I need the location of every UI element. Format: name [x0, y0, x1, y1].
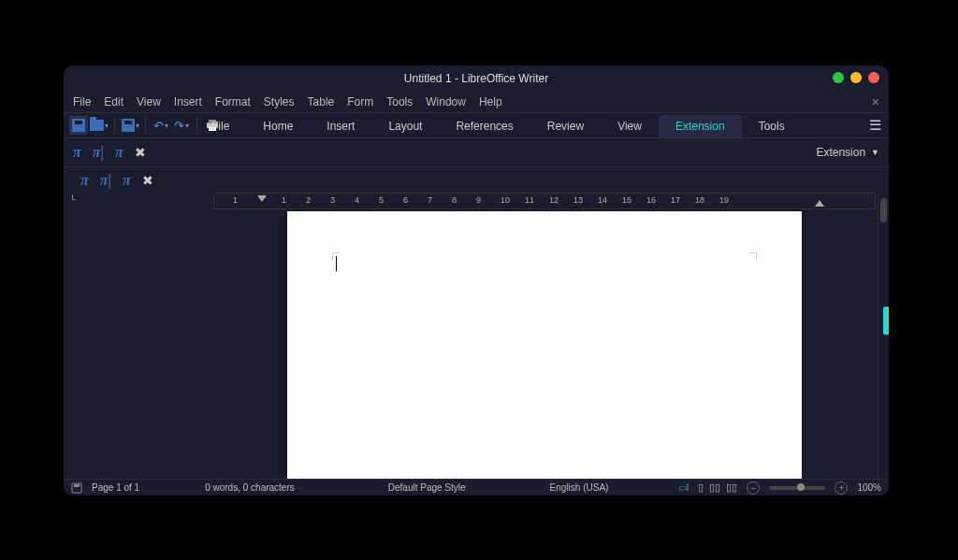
chevron-down-icon: ▾ — [136, 122, 139, 130]
undo-button[interactable]: ↶▾ — [152, 116, 170, 135]
window-controls — [833, 72, 879, 83]
menu-styles[interactable]: Styles — [264, 95, 295, 108]
status-language[interactable]: English (USA) — [550, 482, 609, 493]
menu-edit[interactable]: Edit — [104, 95, 123, 108]
zoom-slider[interactable] — [769, 486, 825, 490]
maximize-button[interactable] — [850, 72, 862, 83]
status-page-style[interactable]: Default Page Style — [388, 482, 466, 493]
ruler-tick: 9 — [476, 195, 481, 205]
tab-review[interactable]: Review — [530, 115, 601, 137]
svg-rect-4 — [74, 484, 80, 487]
save-as-button[interactable]: ▾ — [121, 116, 139, 135]
status-bar: Page 1 of 1 0 words, 0 characters Defaul… — [64, 479, 889, 495]
book-view-icon[interactable]: ▯▯ — [726, 481, 737, 494]
save-icon — [72, 119, 85, 132]
sidebar-handle-icon[interactable] — [883, 307, 889, 335]
multi-page-view-icon[interactable]: ▯▯ — [709, 481, 720, 494]
open-button[interactable]: ▾ — [90, 116, 109, 135]
formula-pi-icon[interactable]: π — [80, 172, 89, 189]
formula-variant-icon[interactable]: π — [123, 172, 131, 189]
menu-help[interactable]: Help — [479, 95, 502, 108]
status-page[interactable]: Page 1 of 1 — [92, 482, 139, 493]
menu-window[interactable]: Window — [426, 95, 466, 108]
save-status-icon[interactable] — [71, 482, 82, 494]
formula-bars-icon[interactable]: π| — [93, 144, 104, 161]
menu-view[interactable]: View — [137, 95, 161, 108]
ruler-tick: 17 — [671, 195, 680, 205]
menu-table[interactable]: Table — [308, 95, 335, 108]
separator — [114, 117, 115, 134]
save-button[interactable] — [69, 116, 88, 135]
menu-tools[interactable]: Tools — [386, 95, 413, 108]
formula-pi-icon[interactable]: π — [73, 144, 81, 161]
ruler-tick: 15 — [622, 195, 631, 205]
tab-tools[interactable]: Tools — [742, 115, 802, 137]
view-mode-icons: ▯ ▯▯ ▯▯ — [698, 481, 737, 494]
zoom-in-button[interactable]: + — [835, 481, 848, 495]
scrollbar-thumb[interactable] — [880, 198, 887, 223]
formula-bars-icon[interactable]: π| — [100, 172, 111, 189]
tab-file[interactable]: File — [195, 115, 246, 137]
notebookbar-tabs: File Home Insert Layout References Revie… — [195, 113, 802, 139]
minimize-button[interactable] — [833, 72, 844, 83]
text-cursor — [336, 256, 337, 271]
window-close-button[interactable] — [868, 72, 879, 83]
tab-extension[interactable]: Extension — [659, 115, 742, 137]
menu-format[interactable]: Format — [215, 95, 251, 108]
ruler-tick: 18 — [695, 195, 704, 205]
chevron-down-icon: ▼ — [871, 148, 879, 157]
separator — [145, 117, 146, 134]
ruler-tick: 6 — [403, 195, 408, 205]
ruler-tick: 1 — [282, 195, 286, 205]
ruler-tick: 13 — [573, 195, 583, 205]
redo-button[interactable]: ↷▾ — [172, 116, 191, 135]
document-page[interactable] — [287, 211, 802, 479]
title-bar: Untitled 1 - LibreOffice Writer — [64, 65, 889, 92]
chevron-down-icon: ▾ — [105, 122, 109, 130]
ruler-tick: 10 — [501, 195, 510, 205]
ruler-tick: 11 — [525, 195, 534, 205]
ruler-tick: 8 — [452, 195, 457, 205]
status-word-count[interactable]: 0 words, 0 characters — [205, 482, 295, 493]
settings-icon[interactable]: ✖ — [142, 173, 153, 188]
tab-insert[interactable]: Insert — [310, 115, 371, 137]
tab-references[interactable]: References — [439, 115, 530, 137]
zoom-out-button[interactable]: − — [747, 481, 760, 495]
horizontal-ruler[interactable]: 1 1 2 3 4 5 6 7 8 9 10 11 12 13 14 15 16… — [213, 193, 876, 209]
status-zoom[interactable]: 100% — [857, 482, 881, 493]
ruler-tick: 19 — [719, 195, 729, 205]
indent-marker-left-icon[interactable] — [257, 195, 267, 202]
tab-layout[interactable]: Layout — [371, 115, 439, 137]
indent-marker-right-icon[interactable] — [815, 200, 824, 207]
vertical-scrollbar[interactable] — [878, 194, 889, 479]
ruler-tick: 12 — [549, 195, 559, 205]
ruler-tick: 1 — [233, 195, 238, 205]
ruler-tick: 14 — [598, 195, 607, 205]
menu-insert[interactable]: Insert — [174, 95, 202, 108]
menu-file[interactable]: File — [73, 95, 91, 108]
single-page-view-icon[interactable]: ▯ — [698, 481, 704, 494]
formula-variant-icon[interactable]: π — [115, 144, 123, 161]
ruler-tick: 4 — [355, 195, 359, 205]
selection-mode-icon[interactable]: ▭I — [678, 482, 689, 493]
window-title: Untitled 1 - LibreOffice Writer — [404, 72, 548, 85]
close-document-button[interactable]: × — [872, 94, 879, 109]
ruler-tick: 3 — [330, 195, 335, 205]
extension-icon-group: π π| π ✖ — [73, 144, 146, 161]
extension-toolbar: π π| π ✖ Extension ▼ — [64, 138, 889, 166]
tab-home[interactable]: Home — [246, 115, 310, 137]
menu-form[interactable]: Form — [347, 95, 373, 108]
standard-toolbar: ▾ ▾ ↶▾ ↷▾ File Home Insert Layout Refere… — [64, 112, 889, 138]
extension-panel-label[interactable]: Extension — [816, 146, 865, 159]
menu-bar: File Edit View Insert Format Styles Tabl… — [64, 92, 889, 112]
editor-area: └ 1 1 2 3 4 5 6 7 8 9 10 11 12 13 14 15 … — [64, 193, 889, 479]
folder-open-icon — [90, 120, 104, 131]
zoom-slider-knob[interactable] — [797, 483, 805, 491]
chevron-down-icon: ▾ — [165, 122, 168, 130]
margin-corner-tr-icon — [749, 252, 757, 260]
settings-icon[interactable]: ✖ — [135, 145, 146, 160]
hamburger-menu-button[interactable]: ☰ — [869, 117, 881, 134]
tab-view[interactable]: View — [601, 115, 659, 137]
ruler-tick: 16 — [646, 195, 656, 205]
chevron-down-icon: ▾ — [185, 122, 189, 130]
